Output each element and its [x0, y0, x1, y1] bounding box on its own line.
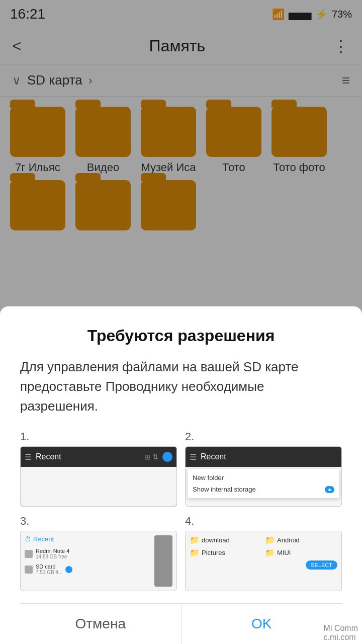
step3-filename-2: SD card: [36, 564, 62, 570]
show-internal-storage-item: Show internal storage ●: [193, 484, 334, 495]
step3-file-1: Redmi Note 4 14.88 GB free: [25, 546, 150, 561]
folder-icon-download: 📁: [190, 535, 200, 545]
watermark: Mi Comm c.mi.com: [320, 622, 362, 644]
step3-file-info-1: Redmi Note 4 14.88 GB free: [36, 548, 69, 559]
step2-header: ☰ Recent: [186, 447, 341, 467]
step-1: 1. ☰ Recent ⊞ ⇅: [20, 430, 177, 507]
folder-icon-android: 📁: [265, 535, 275, 545]
step4-folder-pictures: 📁 Pictures: [190, 548, 262, 557]
step2-dropdown: New folder Show internal storage ●: [188, 469, 339, 498]
step-3-num: 3.: [20, 515, 177, 528]
step-3: 3. ⏱ Recent Redmi Note 4 14.88 GB free: [20, 515, 177, 591]
new-folder-item: New folder: [193, 472, 334, 484]
watermark-line2: c.mi.com: [324, 633, 358, 642]
dialog-title: Требуются разрешения: [20, 327, 342, 345]
step-4-num: 4.: [185, 515, 342, 528]
step3-filename-1: Redmi Note 4: [36, 548, 69, 554]
step1-blue-btn: [162, 452, 172, 462]
folder-icon-pictures: 📁: [190, 548, 200, 557]
filter-icon: ⇅: [152, 453, 158, 461]
step1-header: ☰ Recent ⊞ ⇅: [21, 447, 176, 467]
folder-name-pictures: Pictures: [202, 549, 225, 556]
step-2-image: ☰ Recent New folder Show internal storag…: [185, 446, 342, 507]
step4-folder-android: 📁 Android: [265, 535, 337, 545]
step3-file-info-2: SD card 7.51 GB fr...: [36, 564, 62, 575]
step-1-num: 1.: [20, 430, 177, 443]
step1-content: [21, 467, 176, 506]
ok-button[interactable]: OK: [182, 604, 342, 644]
step4-folder-miui: 📁 MIUI: [265, 548, 337, 557]
watermark-line1: Mi Comm: [324, 624, 358, 633]
step3-scrollbar: [154, 535, 172, 587]
step-2: 2. ☰ Recent New folder Show internal sto…: [185, 430, 342, 507]
folder-icon-miui: 📁: [265, 548, 275, 557]
step1-title: Recent: [36, 452, 140, 461]
step3-file-2: SD card 7.51 GB fr...: [25, 561, 150, 577]
file-icon: [25, 550, 33, 558]
permissions-dialog: Требуются разрешения Для управления файл…: [0, 306, 362, 644]
step2-badge: ●: [325, 486, 334, 493]
step3-sd-badge: [65, 566, 72, 573]
step3-filesize-1: 14.88 GB free: [36, 554, 69, 559]
step-1-image: ☰ Recent ⊞ ⇅: [20, 446, 177, 507]
select-button: SELECT: [306, 560, 337, 570]
step2-title: Recent: [201, 452, 337, 461]
step4-folder-download: 📁 download: [190, 535, 262, 545]
step3-filesize-2: 7.51 GB fr...: [36, 570, 62, 575]
dialog-overlay: Требуются разрешения Для управления файл…: [0, 0, 362, 644]
steps-grid: 1. ☰ Recent ⊞ ⇅ 2.: [20, 430, 342, 591]
show-internal-storage-label: Show internal storage: [193, 486, 256, 493]
dialog-buttons: Отмена OK: [20, 603, 342, 644]
step3-left: ⏱ Recent Redmi Note 4 14.88 GB free: [25, 535, 150, 587]
step-4: 4. 📁 download 📁 Android 📁 Pictures: [185, 515, 342, 591]
hamburger-icon: ☰: [25, 452, 32, 462]
file-icon2: [25, 566, 33, 574]
recent-label: Recent: [33, 535, 54, 543]
step1-icons: ⊞ ⇅: [144, 453, 158, 461]
step-4-image: 📁 download 📁 Android 📁 Pictures 📁 MIUI: [185, 531, 342, 591]
grid-icon: ⊞: [144, 453, 150, 461]
new-folder-label: New folder: [193, 474, 224, 481]
dialog-body: Для управления файлами на вашей SD карте…: [20, 357, 342, 416]
clock-icon: ⏱: [25, 535, 31, 543]
folder-name-download: download: [202, 536, 230, 544]
step3-section-title: ⏱ Recent: [25, 535, 150, 543]
hamburger-icon2: ☰: [190, 452, 197, 462]
step-2-num: 2.: [185, 430, 342, 443]
step-3-image: ⏱ Recent Redmi Note 4 14.88 GB free: [20, 531, 177, 591]
cancel-button[interactable]: Отмена: [20, 604, 182, 644]
folder-name-android: Android: [277, 536, 300, 544]
folder-name-miui: MIUI: [277, 549, 291, 556]
